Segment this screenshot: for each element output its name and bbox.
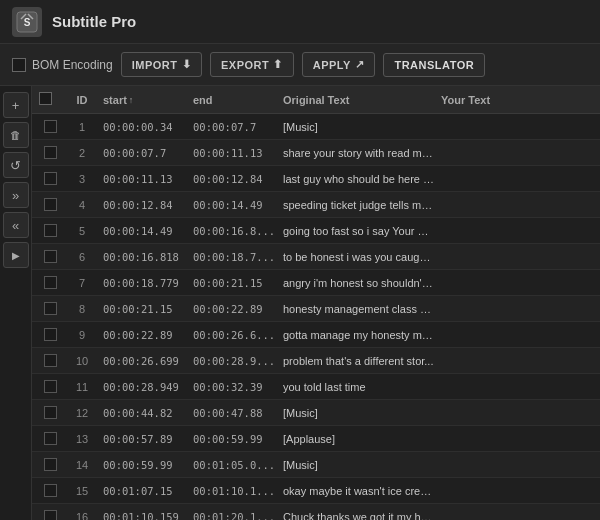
row-start: 00:00:44.82 [100, 407, 190, 419]
import-button[interactable]: IMPORT ⬇ [121, 52, 202, 77]
row-start: 00:00:16.818 [100, 251, 190, 263]
row-checkbox[interactable] [44, 276, 57, 289]
table-row: 6 00:00:16.818 00:00:18.7... to be hones… [32, 244, 600, 270]
row-checkbox[interactable] [44, 432, 57, 445]
apply-button[interactable]: APPLY ↗ [302, 52, 376, 77]
table-header: ID start ↑ end Original Text Your Text [32, 86, 600, 114]
row-checkbox[interactable] [44, 484, 57, 497]
row-original-text: to be honest i was you caught ... [280, 251, 438, 263]
row-checkbox-cell [36, 510, 64, 520]
row-id: 3 [64, 173, 100, 185]
translator-button[interactable]: TRANSLATOR [383, 53, 485, 77]
row-original-text: going too fast so i say Your Ho... [280, 225, 438, 237]
row-end: 00:00:28.9... [190, 355, 280, 367]
row-original-text: [Music] [280, 407, 438, 419]
table-row: 2 00:00:07.7 00:00:11.13 share your stor… [32, 140, 600, 166]
apply-icon: ↗ [355, 58, 365, 71]
row-checkbox[interactable] [44, 510, 57, 520]
back-icon: « [12, 218, 19, 233]
row-id: 14 [64, 459, 100, 471]
row-checkbox[interactable] [44, 302, 57, 315]
row-checkbox-cell [36, 250, 64, 263]
row-start: 00:00:59.99 [100, 459, 190, 471]
refresh-icon: ↺ [10, 158, 21, 173]
row-id: 10 [64, 355, 100, 367]
row-start: 00:00:22.89 [100, 329, 190, 341]
row-start: 00:00:00.34 [100, 121, 190, 133]
row-end: 00:00:59.99 [190, 433, 280, 445]
row-checkbox[interactable] [44, 380, 57, 393]
bom-encoding-label[interactable]: BOM Encoding [12, 58, 113, 72]
row-original-text: okay maybe it wasn't ice crea... [280, 485, 438, 497]
col-start: start ↑ [100, 94, 190, 106]
row-original-text: [Music] [280, 121, 438, 133]
row-end: 00:00:26.6... [190, 329, 280, 341]
row-checkbox-cell [36, 354, 64, 367]
table-row: 4 00:00:12.84 00:00:14.49 speeding ticke… [32, 192, 600, 218]
sidebar: + 🗑 ↺ » « ▶ [0, 86, 32, 520]
row-start: 00:00:07.7 [100, 147, 190, 159]
row-checkbox[interactable] [44, 172, 57, 185]
row-checkbox-cell [36, 406, 64, 419]
row-id: 2 [64, 147, 100, 159]
row-original-text: you told last time [280, 381, 438, 393]
col-checkbox [36, 92, 64, 107]
table-row: 10 00:00:26.699 00:00:28.9... problem th… [32, 348, 600, 374]
row-start: 00:00:57.89 [100, 433, 190, 445]
row-id: 13 [64, 433, 100, 445]
row-original-text: angry i'm honest so shouldn't ... [280, 277, 438, 289]
app-logo: S [12, 7, 42, 37]
table-row: 9 00:00:22.89 00:00:26.6... gotta manage… [32, 322, 600, 348]
row-checkbox-cell [36, 302, 64, 315]
row-id: 4 [64, 199, 100, 211]
row-end: 00:00:21.15 [190, 277, 280, 289]
row-end: 00:00:12.84 [190, 173, 280, 185]
play-button[interactable]: ▶ [3, 242, 29, 268]
row-checkbox[interactable] [44, 458, 57, 471]
row-checkbox-cell [36, 198, 64, 211]
row-end: 00:00:32.39 [190, 381, 280, 393]
row-checkbox-cell [36, 484, 64, 497]
row-checkbox[interactable] [44, 120, 57, 133]
back-button[interactable]: « [3, 212, 29, 238]
row-checkbox[interactable] [44, 406, 57, 419]
row-checkbox[interactable] [44, 250, 57, 263]
refresh-button[interactable]: ↺ [3, 152, 29, 178]
row-checkbox[interactable] [44, 224, 57, 237]
row-end: 00:01:20.1... [190, 511, 280, 521]
play-icon: ▶ [12, 250, 20, 261]
forward-button[interactable]: » [3, 182, 29, 208]
row-original-text: last guy who should be here si... [280, 173, 438, 185]
bom-checkbox[interactable] [12, 58, 26, 72]
table-row: 15 00:01:07.15 00:01:10.1... okay maybe … [32, 478, 600, 504]
col-end: end [190, 94, 280, 106]
table-row: 8 00:00:21.15 00:00:22.89 honesty manage… [32, 296, 600, 322]
row-checkbox-cell [36, 380, 64, 393]
table-row: 7 00:00:18.779 00:00:21.15 angry i'm hon… [32, 270, 600, 296]
row-start: 00:00:18.779 [100, 277, 190, 289]
row-end: 00:00:18.7... [190, 251, 280, 263]
row-end: 00:01:05.0... [190, 459, 280, 471]
row-end: 00:00:16.8... [190, 225, 280, 237]
table-row: 14 00:00:59.99 00:01:05.0... [Music] [32, 452, 600, 478]
row-start: 00:00:11.13 [100, 173, 190, 185]
row-id: 1 [64, 121, 100, 133]
export-icon: ⬆ [273, 58, 283, 71]
delete-button[interactable]: 🗑 [3, 122, 29, 148]
row-original-text: Chuck thanks we got it my ho... [280, 511, 438, 521]
row-checkbox[interactable] [44, 354, 57, 367]
row-checkbox[interactable] [44, 146, 57, 159]
row-checkbox[interactable] [44, 328, 57, 341]
row-end: 00:01:10.1... [190, 485, 280, 497]
table-row: 12 00:00:44.82 00:00:47.88 [Music] [32, 400, 600, 426]
row-original-text: problem that's a different stor... [280, 355, 438, 367]
add-button[interactable]: + [3, 92, 29, 118]
row-original-text: share your story with read me ... [280, 147, 438, 159]
row-id: 8 [64, 303, 100, 315]
row-checkbox[interactable] [44, 198, 57, 211]
table-row: 1 00:00:00.34 00:00:07.7 [Music] [32, 114, 600, 140]
export-button[interactable]: EXPORT ⬆ [210, 52, 294, 77]
row-original-text: [Applause] [280, 433, 438, 445]
row-checkbox-cell [36, 120, 64, 133]
header-checkbox[interactable] [39, 92, 52, 105]
